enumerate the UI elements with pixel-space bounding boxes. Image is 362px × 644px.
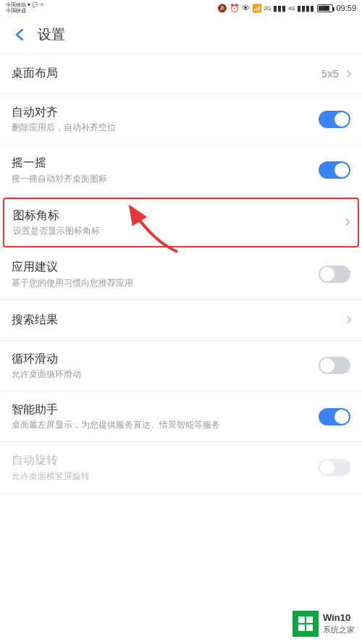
setting-item-7[interactable]: 智能助手桌面最左屏显示，为您提供服务直达、情景智能等服务: [0, 391, 362, 442]
win10-logo-icon: [292, 611, 319, 637]
page-title: 设置: [38, 25, 65, 44]
item-title: 图标角标: [13, 208, 343, 224]
net-small: 2G: [264, 6, 271, 11]
wifi-icon: 📶: [252, 4, 262, 13]
watermark-line1: Win10: [323, 612, 355, 624]
watermark-line2: 系统之家: [323, 624, 355, 635]
setting-item-1[interactable]: 自动对齐删除应用后，自动补齐空位: [0, 94, 362, 145]
watermark: Win10 系统之家: [292, 611, 355, 637]
chevron-right-icon: [343, 69, 351, 77]
signal-icon: ▮▮▮: [273, 4, 286, 13]
signal-icon-2: ▮▮▮▮: [297, 4, 314, 13]
item-title: 应用建议: [12, 259, 319, 275]
battery-icon: 76: [317, 4, 333, 12]
setting-item-6[interactable]: 循环滑动允许桌面循环滑动: [0, 341, 362, 391]
header: 设置: [0, 16, 362, 54]
item-right: 5x5: [321, 67, 350, 80]
item-text: 图标角标设置是否显示图标角标: [13, 208, 343, 237]
toggle-switch[interactable]: [319, 111, 350, 128]
item-subtitle: 摇一摇自动对齐桌面图标: [12, 173, 319, 185]
item-right: [319, 161, 350, 179]
item-value: 5x5: [321, 67, 339, 80]
toggle-switch[interactable]: [319, 161, 350, 179]
mute-icon: 🔕: [217, 4, 227, 13]
setting-item-3[interactable]: 图标角标设置是否显示图标角标: [3, 198, 359, 247]
item-subtitle: 允许桌面横竖屏旋转: [12, 470, 319, 483]
item-right: [345, 317, 350, 323]
net-main: 4G: [288, 6, 295, 11]
svg-rect-4: [306, 624, 313, 631]
item-right: [319, 408, 350, 425]
carrier-1: 中国移动: [6, 2, 26, 8]
item-title: 摇一摇: [12, 155, 319, 171]
item-title: 自动对齐: [12, 104, 319, 120]
item-text: 循环滑动允许桌面循环滑动: [12, 351, 319, 381]
setting-item-8[interactable]: 自动旋转允许桌面横竖屏旋转: [0, 442, 362, 493]
setting-item-5[interactable]: 搜索结果: [0, 300, 362, 341]
item-text: 自动对齐删除应用后，自动补齐空位: [12, 104, 319, 134]
toggle-switch[interactable]: [319, 266, 350, 283]
item-right: [319, 357, 350, 374]
heart-icon: ♥: [28, 2, 30, 8]
setting-item-0[interactable]: 桌面布局5x5: [0, 54, 362, 94]
item-subtitle: 桌面最左屏显示，为您提供服务直达、情景智能等服务: [12, 419, 319, 431]
toggle-switch: [319, 459, 350, 476]
toggle-switch[interactable]: [319, 408, 350, 425]
back-button[interactable]: [10, 25, 30, 45]
chat-icon: 💬: [32, 2, 38, 8]
alarm-icon: ⏰: [230, 4, 240, 13]
item-subtitle: 允许桌面循环滑动: [12, 368, 319, 381]
item-text: 应用建议基于您的使用习惯向您推荐应用: [12, 259, 319, 289]
eye-icon: 👁: [242, 4, 250, 12]
item-title: 自动旋转: [12, 452, 319, 468]
status-left: 中国移动 ♥ 💬 ❄ 中国联通: [6, 2, 44, 13]
setting-item-2[interactable]: 摇一摇摇一摇自动对齐桌面图标: [0, 145, 362, 195]
item-text: 摇一摇摇一摇自动对齐桌面图标: [12, 155, 319, 185]
item-right: [343, 219, 349, 225]
weather-icon: ❄: [40, 2, 44, 8]
item-title: 智能助手: [12, 402, 319, 418]
item-text: 桌面布局: [12, 65, 321, 81]
item-right: [319, 459, 350, 476]
clock: 09:59: [336, 4, 356, 12]
item-title: 搜索结果: [12, 312, 345, 328]
status-right: 🔕 ⏰ 👁 📶 2G ▮▮▮ 4G ▮▮▮▮ 76 09:59: [217, 4, 356, 13]
svg-rect-1: [298, 617, 305, 623]
svg-rect-3: [298, 624, 305, 631]
item-right: [319, 111, 350, 128]
item-text: 搜索结果: [12, 312, 345, 328]
carrier-2: 中国联通: [6, 8, 44, 14]
status-bar: 中国移动 ♥ 💬 ❄ 中国联通 🔕 ⏰ 👁 📶 2G ▮▮▮ 4G ▮▮▮▮ 7…: [0, 0, 362, 16]
item-text: 自动旋转允许桌面横竖屏旋转: [12, 452, 319, 482]
item-subtitle: 设置是否显示图标角标: [13, 225, 343, 237]
toggle-switch[interactable]: [319, 357, 350, 374]
settings-list: 桌面布局5x5自动对齐删除应用后，自动补齐空位摇一摇摇一摇自动对齐桌面图标图标角…: [0, 54, 362, 493]
setting-item-4[interactable]: 应用建议基于您的使用习惯向您推荐应用: [0, 249, 362, 300]
chevron-right-icon: [342, 219, 350, 226]
item-title: 桌面布局: [12, 65, 321, 81]
item-title: 循环滑动: [12, 351, 319, 367]
item-subtitle: 删除应用后，自动补齐空位: [12, 122, 319, 134]
item-subtitle: 基于您的使用习惯向您推荐应用: [12, 277, 319, 289]
chevron-right-icon: [343, 315, 351, 323]
svg-rect-2: [306, 617, 313, 623]
item-text: 智能助手桌面最左屏显示，为您提供服务直达、情景智能等服务: [12, 402, 319, 431]
item-right: [319, 266, 350, 283]
